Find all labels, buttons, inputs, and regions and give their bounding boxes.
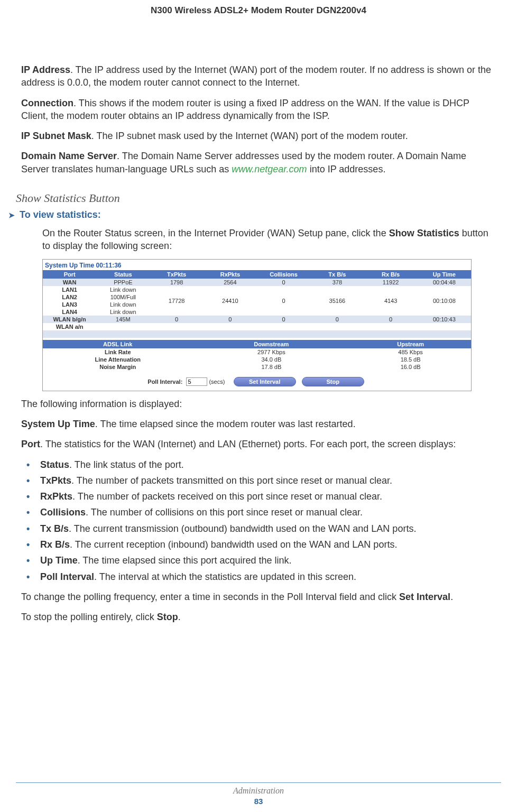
bullet-collisions: Collisions. The number of collisions on …	[23, 506, 496, 519]
col-port: Port	[43, 270, 96, 279]
bullet-rxbs: Rx B/s. The current reception (inbound) …	[23, 538, 496, 551]
set-interval-button[interactable]: Set Interval	[234, 377, 296, 386]
after-figure-text: The following information is displayed:	[21, 398, 496, 410]
bullet-poll-interval: Poll Interval. The interval at which the…	[23, 570, 496, 583]
col-txbs: Tx B/s	[310, 270, 364, 279]
footer-page-number: 83	[0, 797, 517, 806]
page-footer: Administration 83	[0, 782, 517, 806]
term: Domain Name Server	[21, 151, 117, 161]
definition-dns: Domain Name Server. The Domain Name Serv…	[21, 150, 496, 176]
adsl-table: ADSL LinkDownstreamUpstream Link Rate297…	[43, 340, 471, 371]
row-lan1: LAN1Link down1772824410035166414300:10:0…	[43, 286, 471, 293]
term-text: . The time elapsed since the modem route…	[95, 419, 356, 429]
statistics-figure: System Up Time 00:11:36 Port Status TxPk…	[42, 259, 496, 391]
intro-pre: On the Router Status screen, in the Inte…	[42, 228, 389, 238]
term: IP Address	[21, 64, 70, 75]
definition-system-uptime: System Up Time. The time elapsed since t…	[21, 418, 496, 430]
term-text: . The IP address used by the Internet (W…	[21, 64, 491, 88]
definition-ip-subnet-mask: IP Subnet Mask. The IP subnet mask used …	[21, 130, 496, 142]
poll-interval-row: Poll Interval: (secs) Set Interval Stop	[43, 377, 471, 386]
definition-ip-address: IP Address. The IP address used by the I…	[21, 63, 496, 89]
row-wlan-bgn: WLAN b/g/n145M0000000:10:43	[43, 316, 471, 323]
col-collisions: Collisions	[257, 270, 310, 279]
poll-unit: (secs)	[209, 379, 225, 385]
adsl-col-down: Downstream	[193, 340, 350, 348]
footer-chapter: Administration	[0, 786, 517, 796]
adsl-col-up: Upstream	[350, 340, 471, 348]
row-wan: WANPPPoE1798256403781192200:04:48	[43, 279, 471, 286]
term: System Up Time	[21, 419, 95, 429]
poll-label: Poll Interval:	[147, 379, 182, 385]
stop-button[interactable]: Stop	[302, 377, 364, 386]
sys-uptime-value: 00:11:36	[96, 262, 122, 269]
adsl-col-link: ADSL Link	[43, 340, 193, 348]
poll-interval-input[interactable]	[186, 377, 207, 386]
bullet-status: Status. The link status of the port.	[23, 458, 496, 471]
col-uptime: Up Time	[418, 270, 471, 279]
col-status: Status	[96, 270, 150, 279]
col-rxpkts: RxPkts	[204, 270, 257, 279]
row-blank	[43, 330, 471, 338]
adsl-row-linkrate: Link Rate2977 Kbps485 Kbps	[43, 348, 471, 356]
set-interval-instruction: To change the polling frequency, enter a…	[21, 590, 496, 603]
definition-port: Port. The statistics for the WAN (Intern…	[21, 438, 496, 450]
intro-bold: Show Statistics	[389, 228, 459, 238]
procedure-intro: On the Router Status screen, in the Inte…	[42, 227, 496, 253]
term-text: . The IP subnet mask used by the Interne…	[91, 131, 408, 141]
adsl-row-noise: Noise Margin17.8 dB16.0 dB	[43, 363, 471, 371]
bullet-txbs: Tx B/s. The current transmission (outbou…	[23, 522, 496, 535]
dns-link: www.netgear.com	[232, 164, 307, 174]
term: Connection	[21, 98, 73, 108]
term-text: . This shows if the modem router is usin…	[21, 98, 469, 121]
bullet-uptime: Up Time. The time elapsed since this por…	[23, 554, 496, 567]
term-text-post: into IP addresses.	[307, 164, 386, 174]
col-txpkts: TxPkts	[150, 270, 204, 279]
procedure-heading: ➤ To view statistics:	[8, 209, 496, 220]
definition-connection: Connection. This shows if the modem rout…	[21, 97, 496, 123]
procedure-title: To view statistics:	[20, 209, 101, 220]
section-title: Show Statistics Button	[16, 191, 496, 205]
port-stats-table: Port Status TxPkts RxPkts Collisions Tx …	[43, 270, 471, 338]
port-fields-list: Status. The link status of the port. TxP…	[23, 458, 496, 583]
bullet-txpkts: TxPkts. The number of packets transmitte…	[23, 474, 496, 487]
adsl-row-attenuation: Line Attenuation34.0 dB18.5 dB	[43, 356, 471, 363]
col-rxbs: Rx B/s	[364, 270, 418, 279]
bullet-rxpkts: RxPkts. The number of packets received o…	[23, 490, 496, 503]
document-header: N300 Wireless ADSL2+ Modem Router DGN220…	[16, 5, 501, 58]
term-text: . The statistics for the WAN (Internet) …	[40, 439, 456, 449]
sys-uptime-label: System Up Time	[45, 262, 94, 269]
row-wlan-an: WLAN a/n	[43, 323, 471, 330]
term: IP Subnet Mask	[21, 131, 91, 141]
stop-instruction: To stop the polling entirely, click Stop…	[21, 611, 496, 623]
procedure-marker-icon: ➤	[8, 211, 17, 219]
term: Port	[21, 439, 40, 449]
